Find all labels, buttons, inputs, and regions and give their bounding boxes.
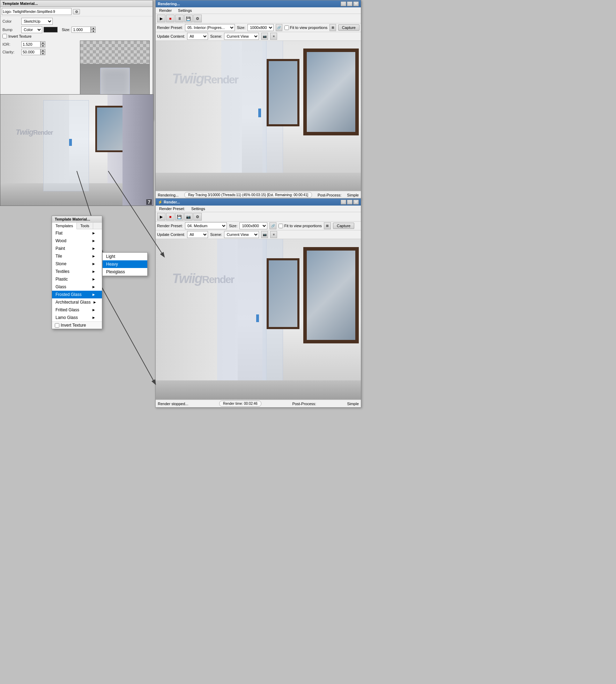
capture-btn-top[interactable]: Capture (338, 24, 359, 31)
fit-to-view-checkbox-bottom[interactable] (279, 224, 283, 228)
render-maximize-btn[interactable]: □ (347, 1, 352, 6)
render-viewport-top[interactable]: TwiigRender (156, 41, 361, 191)
clarity-down-btn[interactable]: ▼ (40, 52, 45, 55)
render-play-btn-bottom[interactable]: ▶ (157, 213, 165, 221)
menu-item-flat[interactable]: Flat ▶ (52, 229, 102, 237)
clarity-input[interactable] (21, 49, 40, 55)
render-pause-btn[interactable]: ⏸ (175, 15, 184, 22)
arrow-flat: ▶ (92, 231, 95, 235)
render-menu-render[interactable]: Render (158, 8, 173, 13)
render-config-btn-bottom[interactable]: ⚙ (193, 213, 202, 221)
capture-btn-bottom[interactable]: Capture (333, 223, 354, 229)
ior-up-btn[interactable]: ▲ (40, 41, 45, 44)
fit-to-view-checkbox[interactable] (284, 25, 289, 30)
scene-select-bottom[interactable]: Current View (224, 231, 259, 238)
bump-type-select[interactable]: Color (21, 26, 42, 33)
submenu-light[interactable]: Light (103, 253, 147, 260)
render-logo-bottom: TwiigRender (172, 271, 234, 286)
render-window-bottom: ⚡ Render... ─ □ × Render Preset: Setting… (155, 198, 361, 408)
menu-item-wood[interactable]: Wood ▶ (52, 237, 102, 245)
menu-item-plastic[interactable]: Plastic ▶ (52, 275, 102, 283)
context-invert-label: Invert Texture (61, 323, 86, 328)
render-menu-settings[interactable]: Settings (177, 8, 193, 13)
render-frame-left (267, 59, 299, 127)
render-preset-select-bottom[interactable]: 04. Medium (185, 222, 227, 229)
render-win-controls-bottom: ─ □ × (341, 200, 359, 205)
render-snap-btn-bottom[interactable]: 📷 (184, 213, 193, 221)
scene-list-btn-bottom[interactable]: ≡ (270, 231, 277, 238)
render-menu-settings-bottom[interactable]: Settings (190, 206, 207, 211)
scene-icon-btn[interactable]: 📷 (261, 33, 268, 40)
render-play-btn[interactable]: ▶ (157, 15, 165, 22)
logo-settings-btn[interactable]: ⚙ (73, 9, 80, 14)
size-select-bottom[interactable]: 1000x800 (239, 222, 267, 229)
clarity-up-btn[interactable]: ▲ (40, 49, 45, 52)
scene-select-top[interactable]: Current View (224, 33, 259, 40)
update-content-select-bottom[interactable]: All (187, 231, 208, 238)
submenu-plexiglass[interactable]: Plexiglass (103, 268, 147, 276)
context-invert-checkbox[interactable] (55, 323, 59, 328)
size-down-btn[interactable]: ▼ (91, 30, 96, 33)
scene-object (69, 139, 72, 146)
render-save-btn-bottom[interactable]: 💾 (175, 213, 184, 221)
menu-item-arch-glass[interactable]: Architectural Glass ▶ (52, 298, 102, 306)
sketchup-scene: TwiigRender (0, 95, 153, 206)
render-title-top: Rendering... (158, 2, 180, 6)
menu-item-fritted-glass[interactable]: Fritted Glass ▶ (52, 306, 102, 314)
arrow-fritted: ▶ (92, 308, 95, 312)
ior-spinbox: ▲ ▼ (21, 41, 45, 47)
render-menu-render-bottom[interactable]: Render Preset: (158, 206, 186, 211)
color-select[interactable]: SketchUp (21, 18, 53, 25)
tab-tools[interactable]: Tools (77, 223, 93, 229)
size-up-btn[interactable]: ▲ (91, 27, 96, 30)
render-minimize-btn-bottom[interactable]: ─ (341, 200, 346, 205)
menu-item-glass[interactable]: Glass ▶ (52, 283, 102, 291)
ior-down-btn[interactable]: ▼ (40, 44, 45, 47)
render-toolbar-top: ▶ ■ ⏸ 💾 ⚙ (156, 14, 361, 23)
invert-texture-checkbox[interactable] (2, 34, 7, 38)
size-input[interactable] (72, 27, 91, 33)
scene-list-btn[interactable]: ≡ (270, 33, 277, 40)
arrow-wood: ▶ (92, 239, 95, 243)
render-settings-btn[interactable]: ⚙ (193, 15, 202, 22)
sketchup-viewport-top[interactable]: TwiigRender 7 (0, 94, 154, 206)
size-lock-btn[interactable]: 🔗 (276, 24, 282, 31)
render-preset-select-top[interactable]: 05. Interior (Progres... (185, 24, 235, 31)
tab-templates[interactable]: Templates (52, 223, 77, 229)
material-preview (80, 40, 150, 102)
clarity-spinbox-btns: ▲ ▼ (40, 49, 45, 55)
menu-item-frosted-glass[interactable]: Frosted Glass ▶ (52, 291, 102, 298)
submenu-heavy[interactable]: Heavy (103, 260, 147, 268)
render-close-btn[interactable]: × (353, 1, 359, 6)
size-label-bottom: Size: (229, 224, 237, 228)
logo-field[interactable] (2, 8, 72, 15)
ior-input[interactable] (21, 41, 40, 47)
update-content-select-top[interactable]: All (187, 33, 208, 40)
menu-item-lamo-glass[interactable]: Lamo Glass ▶ (52, 314, 102, 321)
render-status-bottom: Render stopped... Render time: 00:02:46 … (156, 400, 361, 407)
bump-color-swatch[interactable] (44, 27, 58, 32)
template-material-menu: Template Material... Templates Tools Fla… (52, 216, 102, 329)
render-preset-label-top: Render Preset: (157, 25, 183, 30)
fit-to-view-label: Fit to view proportions (290, 25, 328, 30)
menu-item-paint[interactable]: Paint ▶ (52, 245, 102, 252)
render-stop-btn[interactable]: ■ (166, 15, 175, 22)
menu-item-textiles[interactable]: Textiles ▶ (52, 268, 102, 275)
render-close-btn-bottom[interactable]: × (353, 200, 359, 205)
render-save-btn[interactable]: 💾 (184, 15, 193, 22)
fit-view-icon-btn-bottom[interactable]: ⊠ (324, 222, 331, 229)
render-stop-btn-bottom[interactable]: ■ (166, 213, 175, 221)
scene-icon-btn-bottom[interactable]: 📷 (261, 231, 268, 238)
menu-item-stone[interactable]: Stone ▶ (52, 260, 102, 268)
bump-label: Bump (2, 28, 20, 32)
arrow-tile: ▶ (92, 254, 95, 258)
render-maximize-btn-bottom[interactable]: □ (347, 200, 352, 205)
size-lock-btn-bottom[interactable]: 🔗 (269, 222, 276, 229)
render-viewport-bottom[interactable]: TwiigRender (156, 239, 361, 400)
clarity-spinbox: ▲ ▼ (21, 49, 45, 55)
fit-view-icon-btn[interactable]: ⊠ (329, 24, 336, 31)
menu-item-tile[interactable]: Tile ▶ (52, 252, 102, 260)
render-minimize-btn[interactable]: ─ (341, 1, 346, 6)
size-select-top[interactable]: 1000x800 (247, 24, 274, 31)
render-frame-right-bottom (303, 247, 359, 343)
